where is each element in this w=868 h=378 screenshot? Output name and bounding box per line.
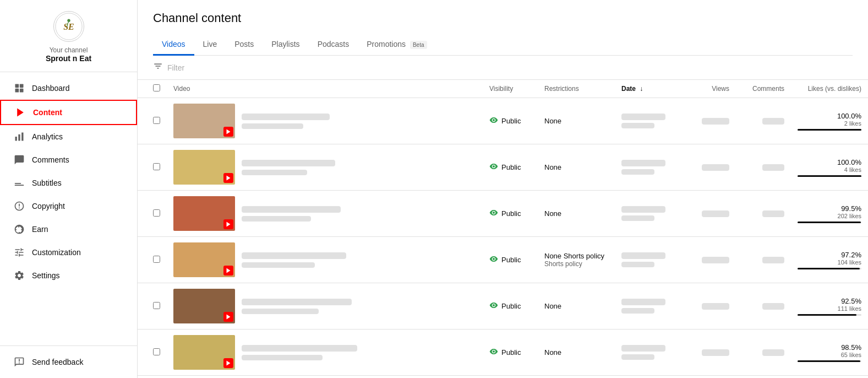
sidebar-logo: SE Your channel Sprout n Eat: [0, 0, 137, 72]
sidebar-item-copyright[interactable]: Copyright: [0, 195, 137, 218]
row-checkbox-cell: [138, 237, 167, 283]
th-visibility: Visibility: [483, 80, 538, 98]
row-likes-cell: 100.0% 2 likes: [791, 98, 868, 144]
visibility-text: Public: [501, 348, 521, 357]
select-all-checkbox[interactable]: [153, 84, 160, 91]
date-blur: [621, 299, 665, 305]
sidebar-item-content[interactable]: Content: [0, 100, 137, 125]
video-cell: [173, 335, 476, 370]
eye-icon: [489, 208, 498, 219]
sidebar-item-earn[interactable]: Earn: [0, 218, 137, 241]
video-title-blur: [242, 114, 330, 120]
row-checkbox[interactable]: [153, 302, 160, 309]
row-date-cell: [615, 237, 686, 283]
filter-bar: Filter: [138, 56, 868, 80]
video-thumbnail[interactable]: [173, 104, 235, 138]
channel-label: Your channel: [50, 46, 88, 54]
video-thumbnail[interactable]: [173, 289, 235, 323]
video-thumbnail[interactable]: [173, 150, 235, 185]
row-checkbox[interactable]: [153, 256, 160, 263]
th-date[interactable]: Date ↓: [615, 80, 686, 98]
date-sub-blur: [621, 354, 654, 360]
comments-icon: [13, 154, 25, 166]
row-comments-cell: [736, 283, 791, 330]
visibility-text: Public: [501, 302, 521, 310]
comments-blur: [743, 210, 784, 217]
visibility-text: Public: [501, 209, 521, 218]
tab-posts[interactable]: Posts: [226, 34, 263, 56]
likes-bar-wrap: [798, 222, 861, 223]
svg-marker-17: [227, 315, 231, 320]
sidebar-label-settings: Settings: [32, 271, 60, 280]
sidebar-item-customization[interactable]: Customization: [0, 241, 137, 264]
likes-value: 100.0% 4 likes: [798, 158, 861, 177]
row-checkbox[interactable]: [153, 209, 160, 217]
likes-percentage: 99.5%: [798, 204, 861, 213]
feedback-icon: [13, 356, 25, 368]
svg-marker-14: [227, 176, 231, 181]
row-checkbox[interactable]: [153, 163, 160, 170]
page-title: Channel content: [153, 11, 853, 25]
video-title-blur: [242, 206, 341, 213]
row-views-cell: [686, 191, 736, 237]
video-thumbnail[interactable]: [173, 242, 235, 277]
row-visibility-cell: Public: [483, 330, 538, 376]
sidebar-label-feedback: Send feedback: [32, 358, 83, 366]
sidebar-footer: Send feedback: [0, 345, 137, 378]
video-cell: [173, 150, 476, 185]
likes-bar-wrap: [798, 268, 861, 269]
row-checkbox-cell: [138, 330, 167, 376]
shorts-badge: [223, 266, 233, 276]
video-subtitle-blur: [242, 216, 311, 222]
video-subtitle-blur: [242, 123, 303, 129]
likes-value: 97.2% 104 likes: [798, 251, 861, 269]
visibility-value: Public: [489, 301, 531, 312]
earn-icon: [13, 223, 25, 235]
row-restrictions-cell: None: [538, 191, 615, 237]
row-video-cell: [167, 330, 483, 376]
date-sub-blur: [621, 262, 654, 267]
sidebar-label-analytics: Analytics: [32, 132, 63, 141]
sidebar: SE Your channel Sprout n Eat Dashboard C…: [0, 0, 138, 378]
svg-rect-10: [21, 133, 23, 141]
main-content: Channel content Videos Live Posts Playli…: [138, 0, 868, 378]
tab-live[interactable]: Live: [194, 34, 226, 56]
date-blur: [621, 252, 665, 259]
tab-podcasts[interactable]: Podcasts: [309, 34, 358, 56]
video-title-blur: [242, 252, 346, 259]
sidebar-item-dashboard[interactable]: Dashboard: [0, 77, 137, 100]
row-likes-cell: 98.5% 65 likes: [791, 330, 868, 376]
sidebar-label-copyright: Copyright: [32, 202, 65, 210]
visibility-value: Public: [489, 255, 531, 266]
sidebar-item-subtitles[interactable]: Subtitles: [0, 171, 137, 195]
dashboard-icon: [13, 82, 25, 94]
video-thumbnail[interactable]: [173, 335, 235, 370]
row-checkbox[interactable]: [153, 117, 160, 124]
sidebar-item-settings[interactable]: Settings: [0, 264, 137, 287]
tab-promotions[interactable]: Promotions Beta: [358, 34, 435, 56]
row-visibility-cell: Public: [483, 98, 538, 144]
sidebar-item-analytics[interactable]: Analytics: [0, 125, 137, 148]
likes-percentage: 92.5%: [798, 297, 861, 305]
likes-bar: [798, 314, 856, 316]
date-blur: [621, 114, 665, 120]
svg-rect-11: [15, 185, 24, 186]
th-likes: Likes (vs. dislikes): [791, 80, 868, 98]
videos-table: Video Visibility Restrictions Date ↓ Vie…: [138, 80, 868, 376]
likes-count: 104 likes: [798, 259, 861, 266]
sidebar-item-comments[interactable]: Comments: [0, 148, 137, 171]
video-title-blur: [242, 345, 357, 352]
likes-count: 111 likes: [798, 305, 861, 312]
comments-blur: [743, 118, 784, 125]
row-checkbox-cell: [138, 191, 167, 237]
settings-icon: [13, 269, 25, 282]
sidebar-item-feedback[interactable]: Send feedback: [0, 350, 137, 374]
video-thumbnail[interactable]: [173, 196, 235, 231]
row-checkbox[interactable]: [153, 348, 160, 355]
tab-videos[interactable]: Videos: [153, 34, 194, 56]
tab-playlists[interactable]: Playlists: [263, 34, 308, 56]
video-subtitle-blur: [242, 262, 315, 268]
video-subtitle-blur: [242, 355, 323, 360]
sidebar-label-content: Content: [33, 108, 62, 117]
video-cell: [173, 104, 476, 138]
